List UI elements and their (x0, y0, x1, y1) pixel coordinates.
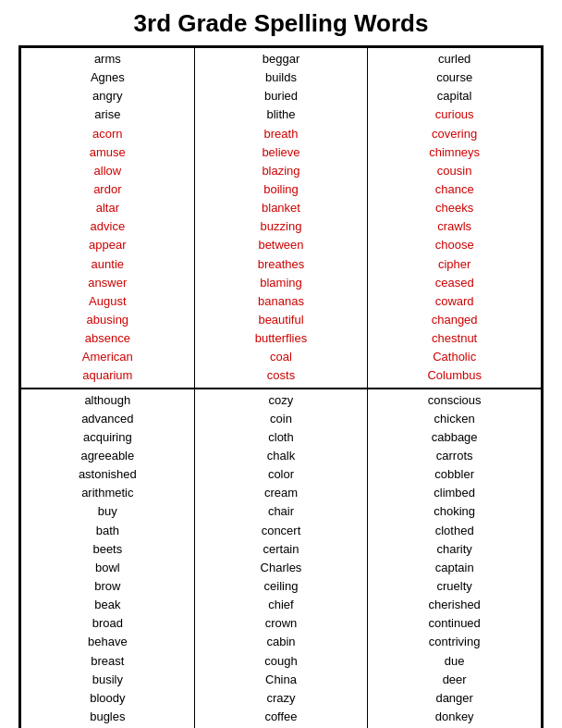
spelling-word: chicken (372, 410, 537, 428)
spelling-word: capital (372, 87, 537, 105)
spelling-word: answer (25, 274, 190, 292)
spelling-word: boiling (199, 180, 364, 199)
spelling-word: advanced (25, 410, 190, 428)
spelling-word: Charles (199, 559, 364, 577)
spelling-word: appear (25, 236, 190, 254)
spelling-word: choose (372, 236, 537, 254)
spelling-word: chimneys (372, 143, 537, 162)
spelling-word: advice (25, 217, 190, 236)
spelling-word: August (25, 292, 190, 311)
spelling-word: beautiful (199, 311, 364, 329)
spelling-word: cabin (199, 633, 364, 651)
spelling-word: contriving (372, 633, 537, 651)
spelling-word: chalk (199, 447, 364, 465)
spelling-word: ardor (25, 180, 190, 199)
spelling-table-container: armsAgnesangryariseacornamuseallowardora… (18, 45, 544, 728)
spelling-word: abusing (25, 311, 190, 329)
spelling-word: busily (25, 671, 190, 689)
spelling-word: angry (25, 87, 190, 105)
spelling-word: acorn (25, 125, 190, 143)
spelling-word: coal (199, 348, 364, 366)
spelling-word: deer (372, 671, 537, 689)
spelling-word: donkey (372, 708, 537, 726)
spelling-word: arithmetic (25, 484, 190, 502)
spelling-word: builds (199, 68, 364, 87)
spelling-word: chief (199, 596, 364, 614)
spelling-word: coin (199, 410, 364, 428)
spelling-word: buzzing (199, 217, 364, 236)
spelling-word: beggar (199, 50, 364, 68)
spelling-word: concert (199, 522, 364, 540)
spelling-word: clothed (372, 522, 537, 540)
spelling-word: broad (25, 614, 190, 633)
spelling-word: blithe (199, 105, 364, 124)
spelling-word: arise (25, 105, 190, 124)
spelling-word: curled (372, 50, 537, 68)
spelling-word: auntie (25, 255, 190, 274)
spelling-word: bath (25, 522, 190, 540)
spelling-word: buy (25, 502, 190, 521)
spelling-word: certain (199, 540, 364, 559)
spelling-word: continued (372, 614, 537, 633)
spelling-word: coffee (199, 708, 364, 726)
spelling-word: due (372, 652, 537, 671)
spelling-word: danger (372, 689, 537, 708)
spelling-word: course (372, 68, 537, 87)
spelling-word: buried (199, 87, 364, 105)
page-title: 3rd Grade Spelling Words (134, 9, 429, 38)
spelling-word: bananas (199, 292, 364, 311)
spelling-word: blazing (199, 162, 364, 180)
spelling-word: chestnut (372, 329, 537, 348)
spelling-word: although (25, 391, 190, 410)
spelling-word: breast (25, 652, 190, 671)
spelling-word: chance (372, 180, 537, 199)
spelling-word: breath (199, 125, 364, 143)
spelling-word: choking (372, 502, 537, 521)
section-2-row: althoughadvancedacquiringagreeableastoni… (21, 389, 542, 728)
spelling-word: acquiring (25, 428, 190, 447)
spelling-word: allow (25, 162, 190, 180)
spelling-word: altar (25, 199, 190, 217)
spelling-word: agreeable (25, 447, 190, 465)
spelling-word: captain (372, 559, 537, 577)
spelling-word: carrots (372, 447, 537, 465)
spelling-word: behave (25, 633, 190, 651)
spelling-word: between (199, 236, 364, 254)
spelling-word: conscious (372, 391, 537, 410)
spelling-word: believe (199, 143, 364, 162)
spelling-word: costs (199, 366, 364, 385)
spelling-word: curious (372, 105, 537, 124)
spelling-word: crawls (372, 217, 537, 236)
spelling-word: chair (199, 502, 364, 521)
spelling-word: cozy (199, 391, 364, 410)
spelling-word: bowl (25, 559, 190, 577)
spelling-word: China (199, 671, 364, 689)
spelling-word: cobbler (372, 465, 537, 484)
spelling-word: brow (25, 577, 190, 596)
spelling-word: bugles (25, 708, 190, 726)
spelling-word: butterflies (199, 329, 364, 348)
spelling-word: Agnes (25, 68, 190, 87)
spelling-word: cruelty (372, 577, 537, 596)
spelling-word: changed (372, 311, 537, 329)
spelling-word: cabbage (372, 428, 537, 447)
spelling-word: blanket (199, 199, 364, 217)
spelling-word: climbed (372, 484, 537, 502)
spelling-word: crazy (199, 689, 364, 708)
spelling-word: cousin (372, 162, 537, 180)
spelling-word: cream (199, 484, 364, 502)
spelling-word: cloth (199, 428, 364, 447)
spelling-word: cherished (372, 596, 537, 614)
spelling-word: Catholic (372, 348, 537, 366)
spelling-word: ceased (372, 274, 537, 292)
spelling-word: astonished (25, 465, 190, 484)
spelling-word: absence (25, 329, 190, 348)
spelling-word: breathes (199, 255, 364, 274)
spelling-word: blaming (199, 274, 364, 292)
spelling-word: Columbus (372, 366, 537, 385)
spelling-word: amuse (25, 143, 190, 162)
spelling-word: beak (25, 596, 190, 614)
spelling-word: coward (372, 292, 537, 311)
spelling-word: charity (372, 540, 537, 559)
section-1-row: armsAgnesangryariseacornamuseallowardora… (21, 48, 542, 389)
